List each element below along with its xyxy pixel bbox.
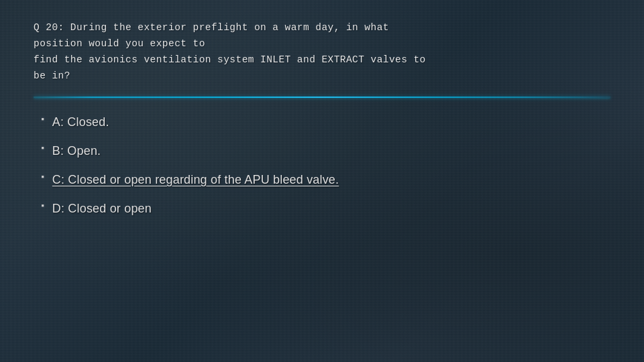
answer-c-underline: C: Closed or open regarding of the APU b… — [52, 173, 339, 186]
answer-text-b: B: Open. — [52, 143, 101, 160]
answers-block: ▪ A: Closed. ▪ B: Open. ▪ C: Closed or o… — [34, 114, 610, 218]
bullet-d: ▪ — [40, 201, 46, 211]
answer-text-d: D: Closed or open — [52, 200, 152, 217]
answer-item-d: ▪ D: Closed or open — [40, 200, 610, 217]
answer-text-c: C: Closed or open regarding of the APU b… — [52, 172, 339, 188]
question-text: Q 20: During the exterior preflight on a… — [34, 20, 610, 84]
question-block: Q 20: During the exterior preflight on a… — [34, 20, 610, 84]
answer-item-c: ▪ C: Closed or open regarding of the APU… — [40, 172, 610, 188]
answer-item-b: ▪ B: Open. — [40, 143, 610, 160]
bullet-c: ▪ — [40, 172, 46, 182]
bullet-b: ▪ — [40, 143, 46, 154]
chalkboard-background: Q 20: During the exterior preflight on a… — [0, 0, 644, 362]
bullet-a: ▪ — [40, 115, 46, 125]
divider-line — [34, 97, 610, 98]
answer-text-a: A: Closed. — [52, 114, 109, 131]
answer-item-a: ▪ A: Closed. — [40, 114, 610, 131]
